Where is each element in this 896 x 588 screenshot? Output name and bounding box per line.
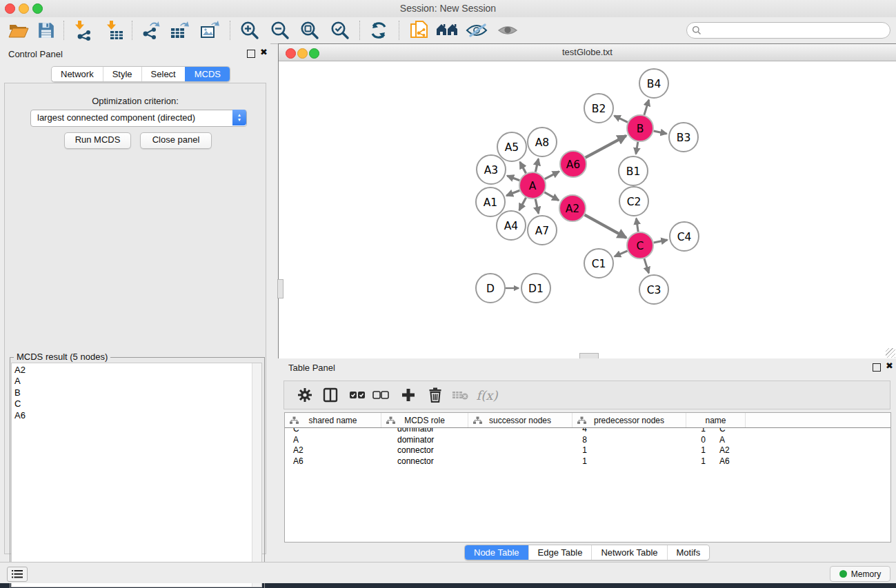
column-header-MCDS-role[interactable]: MCDS role xyxy=(381,413,468,427)
memory-button[interactable]: Memory xyxy=(830,566,890,582)
table-options-gear-icon[interactable] xyxy=(293,384,317,406)
mcds-result-list[interactable]: A2ABCA6 xyxy=(11,363,262,587)
graph-edge-C-C3[interactable] xyxy=(644,258,649,273)
export-image-icon[interactable] xyxy=(197,19,224,42)
zoom-out-icon[interactable] xyxy=(266,19,294,42)
graph-edge-C-C1[interactable] xyxy=(615,251,628,256)
graph-node-label: D xyxy=(486,283,495,295)
table-row[interactable]: Adominator80A xyxy=(285,435,890,446)
tab-style[interactable]: Style xyxy=(103,67,141,81)
mcds-result-scrollbar[interactable] xyxy=(252,363,261,587)
select-all-checks-icon[interactable] xyxy=(346,384,369,406)
mcds-result-item[interactable]: A6 xyxy=(14,410,261,421)
desktop: Session: New Session xyxy=(0,0,896,588)
tab-network-table[interactable]: Network Table xyxy=(591,545,666,560)
graph-edge-A-A5[interactable] xyxy=(520,162,526,173)
import-network-icon[interactable] xyxy=(70,19,97,42)
run-mcds-button[interactable]: Run MCDS xyxy=(64,132,131,149)
app-title: Session: New Session xyxy=(0,3,896,14)
delete-columns-trash-icon[interactable] xyxy=(424,384,447,406)
table-row[interactable]: A6connector11A6 xyxy=(285,456,890,467)
search-input[interactable] xyxy=(705,23,884,37)
zoom-fit-icon[interactable] xyxy=(296,19,323,42)
deselect-all-checks-icon[interactable] xyxy=(369,384,392,406)
import-table-icon[interactable] xyxy=(101,19,129,42)
close-panel-button[interactable]: Close panel xyxy=(140,132,212,149)
window-resize-grip[interactable] xyxy=(886,348,895,358)
app-titlebar: Session: New Session xyxy=(0,0,896,17)
tab-edge-table[interactable]: Edge Table xyxy=(528,545,592,560)
search-field[interactable] xyxy=(686,22,890,39)
select-stepper-icon: ▲▼ xyxy=(232,110,246,125)
zoom-selected-icon[interactable] xyxy=(326,19,354,42)
column-header-successor-nodes[interactable]: successor nodes xyxy=(468,413,573,427)
export-table-icon[interactable] xyxy=(166,19,194,42)
memory-label: Memory xyxy=(851,569,881,579)
graph-node-label: B xyxy=(637,123,644,135)
graph-edge-B-B4[interactable] xyxy=(644,100,649,115)
graph-node-label: A4 xyxy=(504,220,518,232)
mcds-result-item[interactable]: B xyxy=(14,387,261,398)
zoom-in-icon[interactable] xyxy=(236,19,263,42)
float-table-panel-icon[interactable] xyxy=(873,363,881,372)
graph-edge-B-B3[interactable] xyxy=(654,131,667,134)
toolbar-separator xyxy=(63,21,64,40)
show-all-icon[interactable] xyxy=(494,19,521,42)
graph-edge-A-A4[interactable] xyxy=(519,198,526,210)
tab-mcds[interactable]: MCDS xyxy=(185,67,230,81)
search-icon xyxy=(692,26,701,35)
graph-node-label: B1 xyxy=(626,165,641,178)
table-row[interactable]: A2connector11A2 xyxy=(285,445,890,456)
table-cell: A6 xyxy=(285,456,389,467)
mcds-result-item[interactable]: A2 xyxy=(14,365,261,376)
hide-selected-icon[interactable] xyxy=(463,19,490,42)
tab-motifs[interactable]: Motifs xyxy=(667,545,710,560)
mcds-result-item[interactable]: A xyxy=(14,376,261,387)
graph-edge-B-B2[interactable] xyxy=(615,116,628,122)
save-session-icon[interactable] xyxy=(32,19,60,42)
table-cell: 1 xyxy=(484,456,593,467)
attribute-tree-icon xyxy=(473,416,482,425)
column-header-name[interactable]: name xyxy=(686,413,746,427)
export-network-icon[interactable] xyxy=(137,19,164,42)
graph-edge-C-C2[interactable] xyxy=(636,219,638,232)
graph-edge-B-B1[interactable] xyxy=(636,142,638,154)
control-panel-title: Control Panel xyxy=(8,49,63,59)
graph-edge-A6-B[interactable] xyxy=(586,136,626,158)
add-column-icon[interactable] xyxy=(397,384,420,406)
task-history-button[interactable] xyxy=(7,567,28,582)
network-window-title: testGlobe.txt xyxy=(279,47,896,57)
status-bar: Memory xyxy=(0,562,896,583)
table-panel-tabs: Node TableEdge TableNetwork TableMotifs xyxy=(464,545,710,560)
close-panel-icon[interactable]: ✖ xyxy=(260,48,268,57)
tab-network[interactable]: Network xyxy=(52,67,103,81)
open-session-icon[interactable] xyxy=(5,19,32,42)
mcds-result-item[interactable]: C xyxy=(14,398,261,409)
graph-edge-A-A7[interactable] xyxy=(535,199,539,214)
network-canvas[interactable]: B4B2BB3A8A5A6A3B1AA1C2A2A4A7C4CC1DD1C3 xyxy=(279,61,895,357)
graph-edge-A-A2[interactable] xyxy=(544,192,559,201)
graph-edge-A-A3[interactable] xyxy=(507,176,519,181)
table-cell: A xyxy=(285,435,389,446)
tab-node-table[interactable]: Node Table xyxy=(465,545,528,560)
first-neighbors-icon[interactable] xyxy=(433,19,461,42)
graph-node-label: A xyxy=(529,180,537,192)
optimization-criterion-select[interactable]: largest connected component (directed) ▲… xyxy=(30,110,247,127)
node-table[interactable]: shared nameMCDS rolesuccessor nodesprede… xyxy=(284,412,891,543)
column-header-shared-name[interactable]: shared name xyxy=(285,413,381,427)
float-panel-icon[interactable] xyxy=(247,50,255,58)
network-graph[interactable]: B4B2BB3A8A5A6A3B1AA1C2A2A4A7C4CC1DD1C3 xyxy=(279,61,895,357)
table-cell: A2 xyxy=(285,445,389,456)
tab-select[interactable]: Select xyxy=(141,67,185,81)
graph-edge-C-C4[interactable] xyxy=(654,240,668,243)
column-header-predecessor-nodes[interactable]: predecessor nodes xyxy=(573,413,686,427)
graph-edge-A2-C[interactable] xyxy=(585,215,626,238)
graph-edge-A-A8[interactable] xyxy=(535,159,538,172)
graph-edge-A-A6[interactable] xyxy=(545,172,559,179)
split-handle[interactable] xyxy=(277,279,283,298)
new-network-from-selection-icon[interactable] xyxy=(406,19,433,42)
apply-layout-icon[interactable] xyxy=(365,19,392,42)
show-columns-icon[interactable] xyxy=(319,384,342,406)
close-table-panel-icon[interactable]: ✖ xyxy=(886,361,893,371)
graph-edge-A-A1[interactable] xyxy=(506,190,519,196)
